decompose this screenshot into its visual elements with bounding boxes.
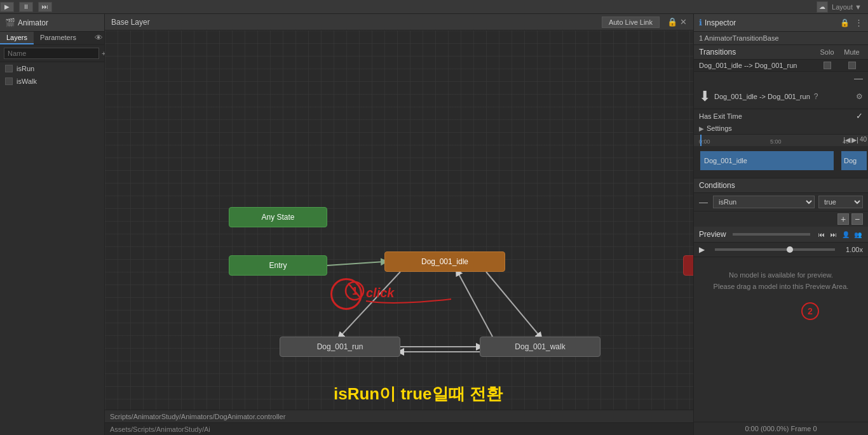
inspector-menu-button[interactable]: ⋮ bbox=[855, 18, 863, 27]
preview-play-row: ▶ 1.00x bbox=[694, 243, 868, 257]
transition-detail: ⬇ Dog_001_idle -> Dog_001_run ? ⚙ bbox=[694, 84, 868, 109]
top-toolbar: ▶ ⏸ ⏭ ☁ Layout ▼ bbox=[0, 0, 868, 14]
animator-tabs: Layers Parameters 👁 bbox=[0, 32, 104, 45]
condition-value-select[interactable]: true bbox=[818, 196, 863, 208]
preview-ctrl-2[interactable]: ⏭ bbox=[829, 229, 839, 239]
param-row-isrun: isRun bbox=[0, 62, 104, 75]
lock-button[interactable]: 🔒 bbox=[840, 18, 850, 27]
inspector-title: Inspector bbox=[705, 18, 736, 27]
question-button[interactable]: ? bbox=[814, 92, 818, 101]
tab-parameters[interactable]: Parameters bbox=[34, 32, 83, 44]
timeline-bar-dog[interactable]: Dog bbox=[841, 151, 867, 170]
timeline-zoom-button[interactable]: 40 bbox=[860, 136, 867, 144]
timeline-container: 0:00 5:00 40 |◀ ▶| 40 Dog_001_idle Dog bbox=[694, 134, 868, 178]
play-button[interactable]: ▶ bbox=[0, 2, 14, 12]
state-any-state[interactable]: Any State bbox=[229, 207, 327, 227]
lock-icon[interactable]: 🔒 bbox=[667, 17, 677, 27]
param-row-iswalk: isWalk bbox=[0, 75, 104, 88]
transitions-label: Transitions bbox=[699, 48, 813, 57]
annotation-circle bbox=[330, 278, 362, 310]
svg-text:1: 1 bbox=[352, 286, 358, 297]
preview-label: Preview bbox=[699, 230, 726, 239]
breadcrumb: Base Layer bbox=[111, 18, 150, 27]
close-icon[interactable]: ✕ bbox=[680, 17, 687, 27]
no-model-area: No model is available for preview. Pleas… bbox=[694, 257, 868, 305]
timeline-marker-5: 5:00 bbox=[770, 138, 782, 145]
timeline-ruler: 0:00 5:00 40 |◀ ▶| 40 bbox=[694, 135, 868, 146]
svg-line-10 bbox=[348, 283, 361, 298]
preview-slider[interactable] bbox=[733, 233, 810, 236]
transitions-header: Transitions Solo Mute bbox=[694, 45, 868, 60]
animator-title-label: Animator bbox=[18, 18, 48, 27]
minus-line: — bbox=[694, 72, 868, 84]
svg-line-3 bbox=[340, 272, 400, 337]
mute-column-label: Mute bbox=[841, 48, 863, 56]
speed-slider[interactable] bbox=[715, 248, 835, 251]
state-entry[interactable]: Entry bbox=[229, 255, 327, 276]
gear-button[interactable]: ⚙ bbox=[856, 92, 863, 101]
condition-remove-button[interactable]: − bbox=[851, 213, 863, 225]
condition-add-button[interactable]: + bbox=[837, 213, 849, 225]
state-idle[interactable]: Dog_001_idle bbox=[384, 251, 505, 272]
has-exit-time-label: Has Exit Time bbox=[699, 112, 852, 120]
iswalk-checkbox[interactable] bbox=[5, 77, 13, 85]
has-exit-time-check: ✓ bbox=[856, 111, 863, 121]
svg-line-2 bbox=[327, 262, 384, 265]
step-button[interactable]: ⏭ bbox=[38, 2, 52, 12]
click-annotation-svg: 1 click bbox=[343, 277, 458, 312]
annotation-korean: isRun이 true일때 전환 bbox=[334, 383, 503, 405]
preview-ctrl-3[interactable]: 👤 bbox=[841, 229, 851, 239]
eye-icon[interactable]: 👁 bbox=[93, 32, 104, 43]
iswalk-label: isWalk bbox=[17, 77, 37, 85]
tab-layers[interactable]: Layers bbox=[0, 32, 34, 44]
isrun-label: isRun bbox=[17, 65, 34, 72]
speed-thumb bbox=[787, 246, 793, 253]
svg-point-8 bbox=[346, 282, 363, 300]
search-input[interactable] bbox=[4, 48, 99, 59]
condition-param-select[interactable]: isRun bbox=[713, 196, 815, 208]
timeline-track-area: Dog_001_idle Dog bbox=[694, 146, 868, 178]
no-model-line1: No model is available for preview. bbox=[729, 271, 833, 279]
auto-live-button[interactable]: Auto Live Link bbox=[602, 17, 660, 28]
state-walk[interactable]: Dog_001_walk bbox=[480, 337, 600, 357]
mute-checkbox[interactable] bbox=[848, 62, 856, 69]
timeline-bar-idle[interactable]: Dog_001_idle bbox=[700, 151, 834, 170]
asset-path-bar: Assets/Scripts/AnimatorStudy/Ai bbox=[105, 422, 693, 435]
solo-checkbox[interactable] bbox=[824, 62, 831, 69]
has-exit-time-row: Has Exit Time ✓ bbox=[694, 109, 868, 123]
preview-play-button[interactable]: ▶ bbox=[699, 245, 705, 254]
asset-path: Assets/Scripts/AnimatorStudy/Ai bbox=[110, 425, 210, 433]
file-path: Scripts/AnimatorStudy/Animators/DogAnima… bbox=[110, 413, 285, 420]
graph-canvas[interactable]: Any State Entry Dog_001_idle Dog_001_run… bbox=[105, 30, 693, 410]
pause-button[interactable]: ⏸ bbox=[19, 2, 33, 12]
transition-text: Dog_001_idle --> Dog_001_run bbox=[699, 62, 813, 69]
settings-label: Settings bbox=[707, 124, 732, 132]
preview-ctrl-1[interactable]: ⏮ bbox=[817, 229, 827, 239]
timeline-nav: |◀ ▶| 40 bbox=[843, 136, 867, 144]
preview-header: Preview ⏮ ⏭ 👤 👥 bbox=[694, 227, 868, 243]
isrun-checkbox[interactable] bbox=[5, 65, 13, 72]
layout-button[interactable]: Layout ▼ bbox=[832, 3, 862, 11]
timeline-playhead[interactable] bbox=[700, 135, 702, 146]
animator-panel: 🎬 Animator Layers Parameters 👁 +▼ isRun … bbox=[0, 14, 105, 435]
svg-text:click: click bbox=[366, 286, 395, 300]
graph-area: Base Layer Auto Live Link 🔒 ✕ bbox=[105, 14, 693, 435]
annotation-click-text: 1 click bbox=[343, 277, 458, 314]
transition-detail-name: Dog_001_idle -> Dog_001_run bbox=[714, 93, 810, 100]
inspector-header: ℹ Inspector 🔒 ⋮ bbox=[694, 14, 868, 32]
search-row: +▼ bbox=[0, 45, 104, 62]
frame-info: 0:00 (000.0%) Frame 0 bbox=[694, 422, 868, 435]
transition-row[interactable]: Dog_001_idle --> Dog_001_run bbox=[694, 60, 868, 72]
settings-header[interactable]: ▶ Settings bbox=[694, 123, 868, 134]
conditions-header: Conditions bbox=[694, 178, 868, 193]
graph-header: Base Layer Auto Live Link 🔒 ✕ bbox=[105, 14, 693, 30]
cloud-icon[interactable]: ☁ bbox=[817, 1, 828, 13]
state-red[interactable] bbox=[683, 255, 693, 276]
mute-checkbox-cell bbox=[841, 62, 863, 69]
animator-panel-title: 🎬 Animator bbox=[0, 14, 104, 32]
state-run[interactable]: Dog_001_run bbox=[280, 337, 400, 357]
preview-ctrl-4[interactable]: 👥 bbox=[853, 229, 863, 239]
timeline-prev-button[interactable]: |◀ bbox=[843, 136, 850, 144]
timeline-next-button[interactable]: ▶| bbox=[851, 136, 858, 144]
transition-arrow-icon: ⬇ bbox=[699, 88, 710, 105]
